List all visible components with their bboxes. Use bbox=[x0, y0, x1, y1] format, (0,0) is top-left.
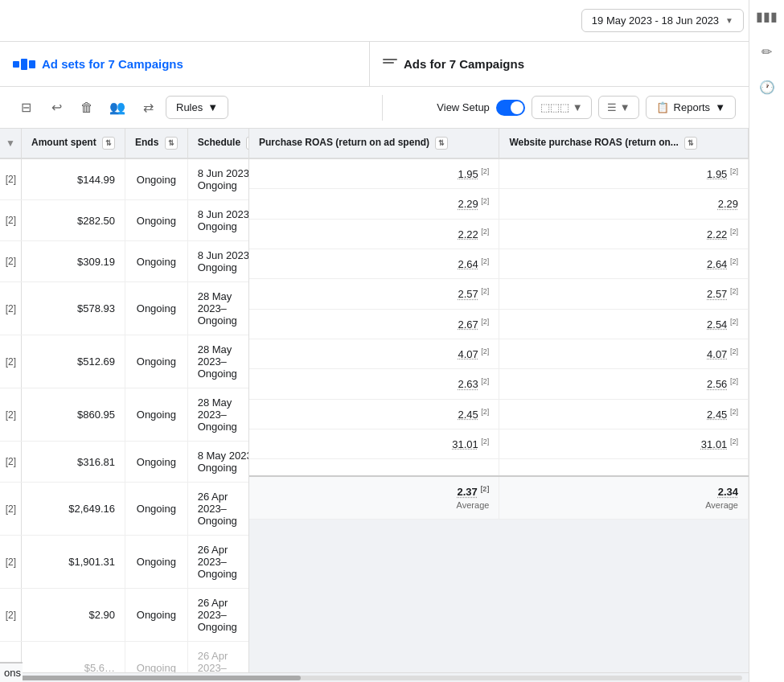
website-roas-sort-icon[interactable]: ⇅ bbox=[684, 137, 697, 150]
stub-cell: [2] bbox=[0, 442, 22, 483]
table-row: [2] $2,649.16 Ongoing 26 Apr 2023–Ongoin… bbox=[0, 483, 249, 536]
stub-cell: [2] bbox=[0, 241, 22, 282]
main-content: Ad sets for 7 Campaigns Ads for 7 Campai… bbox=[0, 42, 749, 682]
bottom-scrollbar[interactable] bbox=[0, 672, 749, 682]
table-row: 31.01 [2] 31.01 [2] bbox=[249, 429, 749, 458]
amount-cell: $144.99 bbox=[22, 158, 125, 200]
header-section: Ad sets for 7 Campaigns Ads for 7 Campai… bbox=[0, 42, 749, 87]
delete-button[interactable]: 🗑 bbox=[74, 95, 100, 121]
roas1-note: [2] bbox=[481, 438, 489, 446]
scrollbar-thumb[interactable] bbox=[6, 676, 301, 680]
stub-cell: [2] bbox=[0, 282, 22, 335]
roas2-cell: 31.01 [2] bbox=[499, 429, 749, 458]
roas1-value: 4.07 bbox=[458, 348, 478, 360]
roas1-cell: 2.63 [2] bbox=[249, 369, 499, 399]
roas2-value: 2.57 bbox=[707, 289, 727, 301]
ends-cell: Ongoing bbox=[125, 200, 188, 241]
roas2-note: [2] bbox=[730, 287, 738, 295]
reports-icon: 📋 bbox=[656, 101, 669, 113]
table-container: ▼ Amount spent ⇅ Ends ⇅ Schedule ⇅ bbox=[0, 129, 749, 672]
table-row: [2] $2.90 Ongoing 26 Apr 2023–Ongoing bbox=[0, 589, 249, 642]
footer-roas2-value: 2.34 bbox=[718, 487, 738, 499]
roas2-value: 31.01 bbox=[701, 438, 728, 450]
filter-icon[interactable]: ▼ bbox=[5, 138, 16, 149]
roas2-note: [2] bbox=[730, 438, 738, 446]
footer-row-right: 2.37 [2] Average 2.34 Average bbox=[249, 476, 749, 519]
bottom-stub-label: ons bbox=[0, 662, 23, 682]
schedule-cell: 28 May 2023–Ongoing bbox=[187, 335, 249, 388]
view-setup-toggle[interactable] bbox=[496, 100, 525, 116]
table-row: [2] $1,901.31 Ongoing 26 Apr 2023–Ongoin… bbox=[0, 536, 249, 589]
table-row: 1.95 [2] 1.95 [2] bbox=[249, 158, 749, 189]
pencil-icon[interactable]: ✏ bbox=[757, 42, 777, 61]
roas2-note: [2] bbox=[730, 257, 738, 265]
table-row: 2.67 [2] 2.54 [2] bbox=[249, 309, 749, 339]
date-range-button[interactable]: 19 May 2023 - 18 Jun 2023 ▼ bbox=[581, 9, 744, 32]
left-header: Ad sets for 7 Campaigns bbox=[0, 42, 370, 86]
reports-chevron-icon: ▼ bbox=[715, 101, 725, 113]
clock-icon[interactable]: 🕐 bbox=[757, 77, 777, 97]
amount-sort-icon[interactable]: ⇅ bbox=[102, 137, 115, 150]
stub-cell: [2] bbox=[0, 335, 22, 388]
filter-row-chevron-icon: ▼ bbox=[620, 101, 630, 113]
roas2-note: [2] bbox=[730, 347, 738, 355]
amount-cell: $282.50 bbox=[22, 200, 125, 241]
rules-button[interactable]: Rules ▼ bbox=[166, 96, 228, 119]
roas1-value: 2.22 bbox=[458, 228, 478, 240]
top-bar: 19 May 2023 - 18 Jun 2023 ▼ bbox=[0, 0, 784, 42]
footer-roas1-value: 2.37 bbox=[457, 487, 477, 499]
purchase-roas-sort-icon[interactable]: ⇅ bbox=[435, 137, 448, 150]
ends-cell: Ongoing bbox=[125, 589, 188, 642]
amount-cell: $578.93 bbox=[22, 282, 125, 335]
amount-col-label: Amount spent bbox=[31, 137, 96, 148]
roas1-value: 1.95 bbox=[458, 168, 478, 180]
partial-roas2 bbox=[499, 459, 749, 477]
ends-cell: Ongoing bbox=[125, 536, 188, 589]
ends-cell: Ongoing bbox=[125, 241, 188, 282]
right-data-table: Purchase ROAS (return on ad spend) ⇅ Web… bbox=[249, 129, 749, 520]
ends-sort-icon[interactable]: ⇅ bbox=[165, 137, 178, 150]
undo-button[interactable]: ↩ bbox=[43, 95, 69, 121]
bar-chart-icon[interactable]: ▮▮▮ bbox=[757, 6, 777, 26]
date-range-text: 19 May 2023 - 18 Jun 2023 bbox=[592, 14, 719, 27]
amount-col-header: Amount spent ⇅ bbox=[22, 129, 125, 158]
amount-cell: $2,649.16 bbox=[22, 483, 125, 536]
chevron-down-icon: ▼ bbox=[725, 16, 733, 25]
schedule-cell: 28 May 2023–Ongoing bbox=[187, 282, 249, 335]
roas1-value: 2.64 bbox=[458, 258, 478, 270]
share-button[interactable]: ⇄ bbox=[135, 95, 161, 121]
roas2-cell: 2.56 [2] bbox=[499, 369, 749, 399]
schedule-col-label: Schedule bbox=[198, 137, 240, 148]
filter-row-button[interactable]: ☰ ▼ bbox=[598, 96, 639, 119]
rules-label: Rules bbox=[176, 101, 203, 113]
roas1-cell: 2.29 [2] bbox=[249, 189, 499, 219]
reports-button[interactable]: 📋 Reports ▼ bbox=[646, 96, 736, 119]
left-data-table: ▼ Amount spent ⇅ Ends ⇅ Schedule ⇅ bbox=[0, 129, 249, 672]
roas2-cell: 2.54 [2] bbox=[499, 309, 749, 339]
roas2-value: 4.07 bbox=[707, 348, 727, 360]
table-row: 4.07 [2] 4.07 [2] bbox=[249, 339, 749, 368]
left-header-title: Ad sets for 7 Campaigns bbox=[42, 57, 183, 71]
schedule-cell: 8 May 2023–Ongoing bbox=[187, 442, 249, 483]
roas2-note: [2] bbox=[730, 377, 738, 385]
group-button[interactable]: 👥 bbox=[105, 95, 130, 121]
stub-cell: [2] bbox=[0, 388, 22, 442]
table-row: [2] $512.69 Ongoing 28 May 2023–Ongoing bbox=[0, 335, 249, 388]
view-setup-row: View Setup bbox=[437, 100, 525, 116]
roas1-note: [2] bbox=[481, 228, 489, 236]
filter-button[interactable]: ⊟ bbox=[13, 95, 39, 121]
right-header-title: Ads for 7 Campaigns bbox=[404, 57, 524, 71]
roas2-note: [2] bbox=[730, 167, 738, 175]
partial-table-row: $5.6… Ongoing 26 Apr 2023–Ongoing bbox=[0, 642, 249, 673]
roas1-value: 2.57 bbox=[458, 289, 478, 301]
partial-ends: Ongoing bbox=[125, 642, 188, 673]
amount-cell: $860.95 bbox=[22, 388, 125, 442]
roas2-cell: 2.64 [2] bbox=[499, 249, 749, 278]
stub-col-header: ▼ bbox=[0, 129, 22, 158]
roas1-note: [2] bbox=[481, 318, 489, 326]
roas2-note: [2] bbox=[730, 318, 738, 326]
roas1-value: 31.01 bbox=[452, 438, 478, 450]
columns-button[interactable]: ⬚⬚⬚ ▼ bbox=[532, 96, 592, 119]
amount-cell: $512.69 bbox=[22, 335, 125, 388]
roas1-note: [2] bbox=[481, 197, 489, 205]
